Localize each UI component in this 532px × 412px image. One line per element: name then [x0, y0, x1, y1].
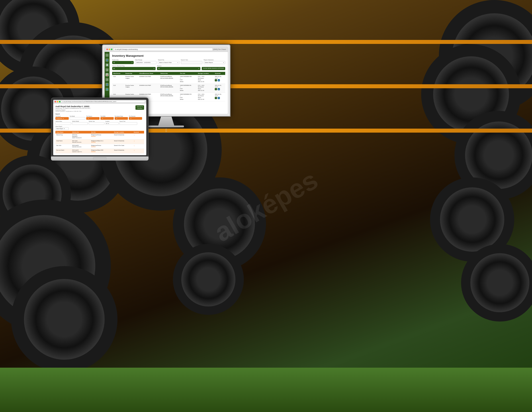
report-filter-label: Select Report [56, 126, 69, 127]
sidebar-item-settings[interactable]: ⚙ [105, 68, 109, 71]
close-window-btn[interactable] [106, 48, 108, 50]
add-set-to-inventory-button[interactable]: Add Set To Inventory [135, 105, 144, 110]
tire-model-input[interactable] [70, 117, 85, 120]
laptop-inventory-table: Client Name Vehicle Info Set Info Storag… [56, 131, 144, 153]
cell-vehicle: 2016/Porsche/MacanWP1AF2A56GLB92391 [159, 75, 179, 84]
col-vehicle: Vehicle Info [159, 72, 179, 75]
monitor-base [149, 125, 184, 127]
edit-action-icon[interactable]: ✎ [215, 97, 217, 99]
season-label: Season [157, 65, 200, 67]
laptop-col-storage: Storage Location [113, 131, 133, 134]
filter-row-1: Dealership: All ▼ Date Range: 13/01/2021… [112, 59, 225, 64]
tire-width-filter: Tire Width ▼ [100, 115, 114, 120]
laptop-cell-scanned[interactable]: ↑ [133, 149, 144, 153]
sidebar-item-person[interactable]: 👤 [105, 83, 109, 86]
page-title: Inventory Management [112, 54, 225, 57]
laptop-cell-scanned[interactable]: ↑ [133, 144, 144, 149]
laptop-url-bar[interactable]: tc-uat.pdrt.tireasps.com/inventory/searc… [61, 100, 145, 103]
laptop-app-header: Audi Royal Oak Dealership #: 10003 Wareh… [56, 105, 144, 112]
sidebar-item-refresh[interactable]: ↺ [105, 78, 109, 81]
action-icons: ✎ ◉ [215, 79, 224, 81]
laptop-col-scanned: Scanned [133, 131, 144, 134]
laptop-cell-scanned[interactable]: ↑ [133, 134, 144, 139]
search-by-select[interactable]: Select a Search Filter ▼ [158, 61, 179, 64]
location-value: All [106, 123, 107, 124]
report-arrow-icon: ▼ [223, 62, 224, 63]
tire-diameter-select[interactable]: ▼ [129, 117, 142, 120]
search-text-filter-laptop: Search Text [119, 121, 137, 125]
vehicle-model-input[interactable] [72, 122, 88, 125]
laptop-cell-vehicle: 2019 Audi/20WA1BFAFL8HD633395 [71, 144, 90, 149]
search-text-input-laptop[interactable] [119, 122, 137, 125]
col-client: Client/Business Name [138, 72, 159, 75]
wash-flag-select[interactable]: All ▼ [112, 67, 156, 70]
cell-tire: 10067195558B04 BB-/P-/R-Winter [179, 75, 197, 84]
laptop-minimize-btn[interactable] [57, 101, 58, 102]
sidebar-item-users[interactable]: 👤 [105, 58, 109, 62]
vehicle-year-input[interactable] [89, 122, 104, 125]
laptop-table-row: Chad Hamm 2017 Audi /WA1BFAFL8HD633395 B… [56, 139, 144, 144]
tire-brand-label: Tire Brand [56, 115, 69, 117]
table-row: CLG Porsche CentreCalgary SHAWNA GUILTNE… [112, 84, 225, 93]
date-range-select[interactable]: 13/01/2021 - 12/22/2021 [135, 61, 156, 64]
laptop-cell-client: Dan-Lois Karimi [56, 149, 71, 153]
tire-aspect-select[interactable]: ▼ [114, 117, 128, 120]
laptop-screen: tc-uat.pdrt.tireasps.com/inventory/searc… [51, 97, 149, 157]
edit-action-icon[interactable]: ✎ [215, 88, 217, 90]
laptop-trackpad[interactable] [93, 157, 106, 160]
maximize-window-btn[interactable] [111, 48, 112, 50]
laptop-cell-set: Bridgestone/Firenza★★★★ [90, 134, 113, 139]
sidebar-item-chart[interactable]: 📊 [105, 63, 109, 67]
season-select[interactable]: All ▼ [157, 67, 200, 70]
vehicle-model-label: Vehicle Model [72, 121, 88, 122]
laptop-filter-row-2: Vehicle Make Vehicle Model Vehicle Year … [56, 121, 144, 130]
tire-season-select[interactable]: ▼ [86, 117, 100, 120]
dealership-select[interactable]: All ▼ [112, 61, 134, 64]
view-action-icon[interactable]: ◉ [218, 97, 220, 99]
vehicle-model-filter: Vehicle Model [72, 121, 88, 125]
search-text-input[interactable] [181, 61, 202, 64]
show-more-options-button[interactable]: SHOW MORE SEARCH OPTIONS [202, 67, 225, 70]
inventory-main-content: Inventory Management Dealership: All ▼ [110, 52, 228, 104]
report-filter-arrow-icon: ▼ [64, 128, 65, 129]
laptop-cell-scanned[interactable]: ↑ [133, 139, 144, 144]
sidebar-item-globe[interactable]: 🌐 [105, 88, 109, 91]
cell-scanned: 2021-12-16,11:27 ✎ ◉ [214, 75, 225, 84]
edit-action-icon[interactable]: ✎ [215, 79, 217, 81]
laptop-cell-set: Bridgestone/Nileak #640★★★★ [90, 149, 113, 153]
tire-width-select[interactable]: ▼ [100, 117, 114, 120]
view-action-icon[interactable]: ◉ [218, 79, 220, 81]
dealership-filter: Dealership: All ▼ [112, 59, 134, 64]
tire-season-arrow-icon: ▼ [88, 118, 89, 119]
search-by-label: Search By: [158, 59, 179, 60]
location-select[interactable]: All ▼ [105, 122, 119, 125]
tire-aspect-arrow-icon: ▼ [116, 118, 117, 119]
col-storage: Storage Location [197, 72, 214, 75]
laptop-cell-set: Bridgestone/Firenza★★★★ [90, 144, 113, 149]
laptop-close-btn[interactable] [55, 101, 56, 102]
laptop-maximize-btn[interactable] [59, 101, 60, 102]
tire-brand-select[interactable]: Bridgestone ▼ [56, 117, 69, 120]
laptop-cell-vehicle: 2019 AudiSportback /WAUBF7GB4LA522878 [71, 134, 90, 139]
col-warehouse: Warehouse [112, 72, 124, 75]
sidebar-item-car[interactable]: 🚗 [105, 73, 109, 76]
action-icons: ✎ ◉ [215, 88, 224, 90]
laptop-table-container: Client Name Vehicle Info Set Info Storag… [56, 131, 144, 153]
minimize-window-btn[interactable] [109, 48, 110, 50]
view-action-icon[interactable]: ◉ [218, 88, 220, 90]
browser-window-controls [106, 48, 112, 50]
dealership-label: Dealership: [112, 59, 134, 60]
report-selection-label: Report Selection: [204, 59, 225, 60]
col-scanned: Scanned [214, 72, 225, 75]
vehicle-make-input[interactable] [56, 122, 71, 125]
vehicle-year-filter: Vehicle Year [89, 121, 104, 125]
report-filter-select[interactable]: Select Report ▼ [56, 127, 69, 130]
vehicle-year-label: Vehicle Year [89, 121, 104, 122]
sidebar-item-home[interactable]: ⌂ [105, 54, 109, 57]
laptop-computer: tc-uat.pdrt.tireasps.com/inventory/searc… [51, 97, 149, 161]
report-select[interactable]: Select Report ▼ [204, 61, 225, 64]
browser-url-bar[interactable]: tc-uat.pdrt.tireasps.com/inventory [113, 48, 213, 51]
laptop-cell-set: Bridgestone/Nileak 2n-Lt★★★★ [90, 139, 113, 144]
table-header-row: Warehouse Dealership Client/Business Nam… [112, 72, 225, 75]
cell-tire: 10067195558B03 BL-/P-/R-Winter [179, 84, 197, 93]
